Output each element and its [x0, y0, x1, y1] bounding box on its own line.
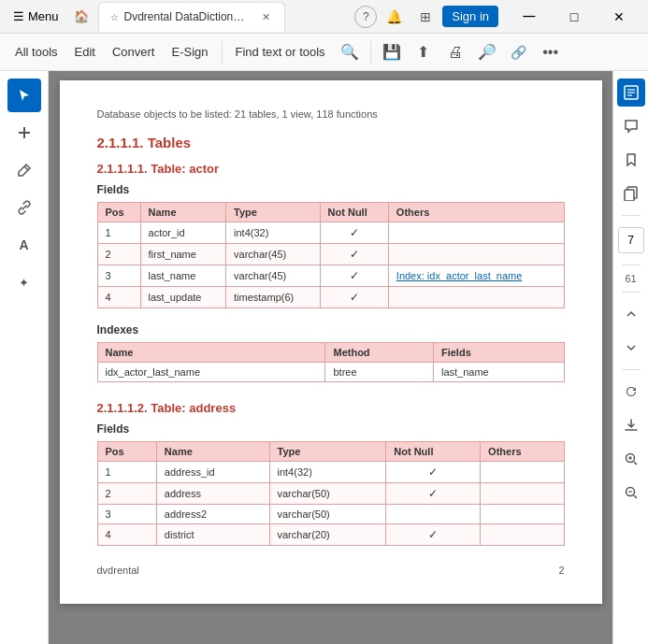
table-row: 1 address_id int4(32) ✓: [97, 462, 564, 483]
scroll-down-tool[interactable]: [617, 334, 645, 362]
home-button[interactable]: 🏠: [68, 4, 94, 30]
signin-label: Sign in: [452, 9, 489, 23]
doc-info: Database objects to be listed: 21 tables…: [97, 108, 565, 120]
text-tool[interactable]: A: [7, 228, 41, 262]
cell-notnull: ✓: [320, 222, 388, 244]
link-tool[interactable]: [7, 191, 41, 224]
col-type-1: Type: [226, 203, 321, 222]
index-link[interactable]: Index: idx_actor_last_name: [396, 270, 523, 281]
menu-label: Menu: [28, 9, 59, 23]
cell-notnull: [386, 505, 481, 524]
refresh-tool[interactable]: [617, 378, 645, 406]
cell-type: timestamp(6): [226, 287, 321, 308]
copy-tool[interactable]: [617, 179, 645, 208]
find-tools-button[interactable]: Find text or tools: [228, 41, 333, 63]
save-button[interactable]: 💾: [377, 37, 407, 67]
cell-type: varchar(50): [269, 505, 386, 524]
footer-left: dvdrental: [97, 565, 139, 576]
signin-button[interactable]: Sign in: [442, 6, 498, 27]
cell-notnull: ✓: [320, 287, 388, 308]
col-others-2: Others: [481, 442, 564, 462]
apps-button[interactable]: ⊞: [410, 2, 440, 32]
left-panel: A ✦: [0, 71, 49, 644]
cell-type: varchar(20): [269, 524, 386, 546]
page-number: 7: [627, 234, 634, 247]
comment-tool[interactable]: [617, 112, 645, 140]
right-panel-separator-4: [622, 369, 641, 370]
print-button[interactable]: 🖨: [440, 37, 470, 67]
svg-line-14: [634, 495, 637, 498]
share-button[interactable]: 🔗: [504, 37, 534, 67]
stamp-tool[interactable]: ✦: [7, 265, 41, 299]
titlebar: ☰ Menu 🏠 ☆ Dvdrental DataDictionar... ✕ …: [0, 0, 648, 34]
download-tool[interactable]: [617, 411, 645, 439]
add-tool[interactable]: [7, 116, 41, 150]
cell-pos: 1: [97, 462, 156, 483]
search-button[interactable]: 🔍: [335, 37, 365, 67]
minimize-button[interactable]: ─: [508, 0, 551, 34]
edit-button[interactable]: Edit: [67, 41, 103, 63]
cursor-tool[interactable]: [7, 79, 41, 112]
zoom-in-tool[interactable]: [617, 445, 645, 473]
help-button[interactable]: ?: [354, 6, 377, 28]
cell-others: [481, 505, 564, 524]
table-row: idx_actor_last_name btree last_name: [97, 363, 564, 382]
address-fields-label: Fields: [97, 422, 565, 436]
edit-pdf-tool[interactable]: [617, 79, 645, 107]
convert-button[interactable]: Convert: [105, 41, 163, 63]
cell-others: [388, 222, 564, 244]
table-row: 2 address varchar(50) ✓: [97, 483, 564, 505]
cell-others: [481, 462, 564, 483]
all-tools-button[interactable]: All tools: [7, 41, 65, 63]
close-button[interactable]: ✕: [598, 0, 641, 34]
home-icon: 🏠: [74, 9, 89, 23]
cell-notnull: ✓: [386, 483, 481, 505]
bookmark-tool[interactable]: [617, 146, 645, 174]
cell-pos: 2: [97, 244, 140, 265]
cell-others: Index: idx_actor_last_name: [388, 265, 564, 287]
cell-name: last_update: [140, 287, 225, 308]
more-button[interactable]: •••: [536, 37, 566, 67]
svg-line-2: [24, 166, 28, 170]
search-text-button[interactable]: 🔎: [472, 37, 502, 67]
notifications-button[interactable]: 🔔: [379, 2, 409, 32]
edit-label: Edit: [75, 45, 95, 59]
cell-name: last_name: [140, 265, 225, 287]
toolbar: All tools Edit Convert E-Sign Find text …: [0, 34, 648, 71]
idx-col-method: Method: [325, 343, 434, 363]
svg-rect-8: [625, 190, 634, 201]
pdf-content[interactable]: Database objects to be listed: 21 tables…: [49, 71, 612, 644]
col-type-2: Type: [269, 442, 386, 462]
upload-button[interactable]: ⬆: [409, 37, 439, 67]
actor-fields-table: Pos Name Type Not Null Others 1 actor_id…: [97, 202, 565, 308]
table-row: 4 district varchar(20) ✓: [97, 524, 564, 546]
col-name-1: Name: [140, 203, 225, 222]
menu-button[interactable]: ☰ Menu: [7, 6, 65, 27]
cell-name: first_name: [140, 244, 225, 265]
col-others-1: Others: [388, 203, 564, 222]
tab-area: ☆ Dvdrental DataDictionar... ✕: [98, 2, 352, 32]
cell-notnull: ✓: [386, 462, 481, 483]
maximize-button[interactable]: □: [553, 0, 596, 34]
footer-right: 2: [558, 565, 564, 576]
col-name-2: Name: [156, 442, 269, 462]
address-table-title: 2.1.1.1.2. Table: address: [97, 401, 565, 415]
main-layout: A ✦ Database objects to be listed: 21 ta…: [0, 71, 648, 644]
cell-name: address_id: [156, 462, 269, 483]
cell-pos: 1: [97, 222, 140, 244]
cell-others: [388, 244, 564, 265]
indexes-label: Indexes: [97, 323, 565, 336]
cell-type: varchar(45): [226, 265, 321, 287]
cell-type: int4(32): [226, 222, 321, 244]
esign-button[interactable]: E-Sign: [164, 41, 215, 63]
tab-close-button[interactable]: ✕: [259, 10, 273, 24]
pen-tool[interactable]: [7, 153, 41, 187]
cell-type: varchar(50): [269, 483, 386, 505]
zoom-out-tool[interactable]: [617, 479, 645, 507]
esign-label: E-Sign: [171, 45, 208, 59]
scroll-up-tool[interactable]: [617, 300, 645, 328]
idx-col-fields: Fields: [433, 343, 564, 363]
active-tab[interactable]: ☆ Dvdrental DataDictionar... ✕: [98, 2, 285, 32]
col-pos-2: Pos: [97, 442, 156, 462]
cell-notnull: ✓: [320, 244, 388, 265]
